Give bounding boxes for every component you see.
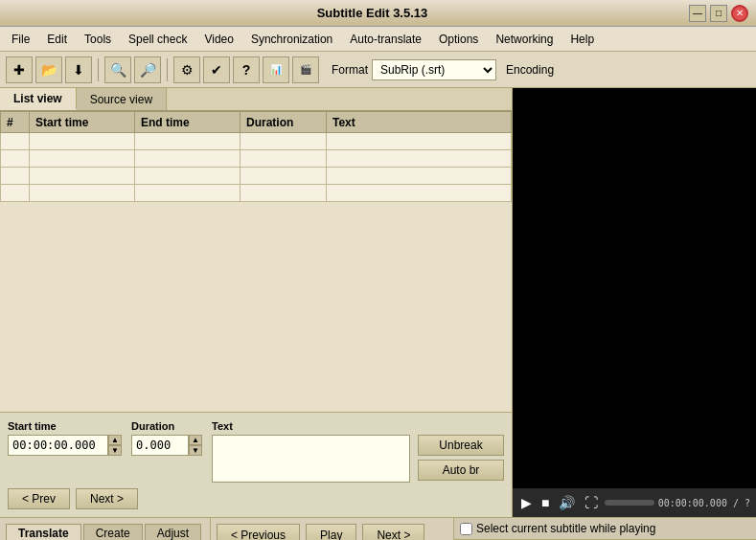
- minimize-button[interactable]: —: [689, 5, 706, 22]
- menu-edit[interactable]: Edit: [39, 31, 75, 48]
- bottom-right: Select current subtitle while playing Cl…: [454, 518, 756, 540]
- bottom-center: < Previous Play Next > Pause Search text…: [211, 518, 454, 540]
- play-button[interactable]: ▶: [518, 495, 535, 510]
- format-select[interactable]: SubRip (.srt): [372, 59, 496, 80]
- zoom-out-button[interactable]: 🔎: [134, 56, 161, 83]
- start-time-spinbox: ▲ ▼: [8, 435, 122, 456]
- toolbar: ✚ 📂 ⬇ 🔍 🔎 ⚙ ✔ ? 📊 🎬 Format SubRip (.srt)…: [0, 52, 756, 88]
- tab-source-view[interactable]: Source view: [77, 88, 167, 110]
- tab-create[interactable]: Create: [83, 524, 143, 540]
- text-input[interactable]: [212, 435, 410, 483]
- menubar: File Edit Tools Spell check Video Synchr…: [0, 27, 756, 52]
- view-tabs: List view Source view: [0, 88, 512, 111]
- duration-up[interactable]: ▲: [189, 435, 202, 445]
- edit-area: Start time ▲ ▼ Duration ▲: [0, 412, 512, 517]
- format-label: Format: [332, 63, 368, 77]
- menu-synchronization[interactable]: Synchronization: [243, 31, 340, 48]
- menu-tools[interactable]: Tools: [77, 31, 119, 48]
- table-row[interactable]: [1, 185, 512, 202]
- col-start-time: Start time: [30, 112, 135, 133]
- bottom-tabs: Translate Create Adjust: [6, 524, 204, 540]
- volume-button[interactable]: 🔊: [556, 495, 578, 510]
- auto-br-button[interactable]: Auto br: [418, 460, 504, 481]
- menu-video[interactable]: Video: [196, 31, 241, 48]
- select-playing-checkbox[interactable]: [460, 523, 472, 535]
- help-button[interactable]: ?: [233, 56, 260, 83]
- unbreak-button[interactable]: Unbreak: [418, 435, 504, 456]
- prev-button[interactable]: < Prev: [8, 488, 70, 509]
- tab-translate[interactable]: Translate: [6, 524, 81, 540]
- table-row[interactable]: [1, 133, 512, 150]
- menu-spell-check[interactable]: Spell check: [121, 31, 195, 48]
- start-time-group: Start time ▲ ▼: [8, 420, 122, 456]
- next-button[interactable]: Next >: [76, 488, 138, 509]
- video-button[interactable]: 🎬: [292, 56, 319, 83]
- duration-down[interactable]: ▼: [189, 445, 202, 456]
- action-buttons: Unbreak Auto br: [418, 435, 504, 483]
- text-with-btns: Unbreak Auto br: [212, 435, 504, 483]
- main-area: List view Source view # Start time End t…: [0, 88, 756, 517]
- video-screen: [513, 88, 756, 488]
- start-time-up[interactable]: ▲: [108, 435, 122, 445]
- duration-spinbox: ▲ ▼: [131, 435, 202, 456]
- select-playing-label: Select current subtitle while playing: [476, 522, 655, 535]
- col-end-time: End time: [135, 112, 241, 133]
- settings-button[interactable]: ⚙: [173, 56, 200, 83]
- tab-list-view[interactable]: List view: [0, 88, 77, 110]
- waveform-button[interactable]: 📊: [263, 56, 289, 83]
- table-row[interactable]: [1, 168, 512, 185]
- separator-2: [167, 58, 168, 81]
- text-group: Text Unbreak Auto br: [212, 420, 504, 483]
- left-panel: List view Source view # Start time End t…: [0, 88, 513, 517]
- menu-file[interactable]: File: [4, 31, 37, 48]
- start-time-input[interactable]: [8, 435, 108, 456]
- progress-bar[interactable]: [605, 500, 653, 506]
- table-row[interactable]: [1, 150, 512, 168]
- text-label: Text: [212, 420, 504, 432]
- menu-networking[interactable]: Networking: [488, 31, 561, 48]
- encoding-label: Encoding: [506, 63, 554, 77]
- separator-1: [98, 58, 99, 81]
- duration-input[interactable]: [131, 435, 189, 456]
- col-number: #: [1, 112, 30, 133]
- menu-options[interactable]: Options: [431, 31, 486, 48]
- close-button[interactable]: ✕: [731, 5, 748, 22]
- bottom-left: Translate Create Adjust Auto repeat Auto…: [0, 518, 211, 540]
- start-time-down[interactable]: ▼: [108, 445, 122, 456]
- new-button[interactable]: ✚: [6, 56, 33, 83]
- col-duration: Duration: [241, 112, 327, 133]
- video-controls: ▶ ■ 🔊 ⛶ 00:00:00.000 / ?: [513, 488, 756, 517]
- start-time-label: Start time: [8, 420, 122, 432]
- start-time-spin-btns: ▲ ▼: [108, 435, 122, 456]
- previous-button[interactable]: < Previous: [217, 524, 300, 540]
- open-button[interactable]: 📂: [35, 56, 62, 83]
- select-playing-row: Select current subtitle while playing: [454, 518, 756, 540]
- menu-help[interactable]: Help: [562, 31, 602, 48]
- window-controls: — □ ✕: [689, 5, 748, 22]
- titlebar: Subtitle Edit 3.5.13 — □ ✕: [0, 0, 756, 27]
- playback-buttons-row: < Previous Play Next >: [217, 524, 447, 540]
- app-title: Subtitle Edit 3.5.13: [56, 6, 689, 20]
- subtitle-table: # Start time End time Duration Text: [0, 111, 512, 202]
- play-translate-button[interactable]: Play: [306, 524, 356, 540]
- time-display: 00:00:00.000 / ?: [658, 498, 750, 508]
- bottom-section: Translate Create Adjust Auto repeat Auto…: [0, 517, 756, 540]
- nav-buttons: < Prev Next >: [8, 488, 504, 509]
- format-group: Format SubRip (.srt) Encoding: [332, 59, 554, 80]
- stop-button[interactable]: ■: [538, 495, 552, 510]
- menu-auto-translate[interactable]: Auto-translate: [342, 31, 429, 48]
- fullscreen-button[interactable]: ⛶: [582, 495, 601, 510]
- maximize-button[interactable]: □: [710, 5, 727, 22]
- download-button[interactable]: ⬇: [65, 56, 92, 83]
- subtitle-table-container: # Start time End time Duration Text: [0, 111, 512, 412]
- duration-spin-btns: ▲ ▼: [189, 435, 202, 456]
- col-text: Text: [327, 112, 512, 133]
- next-translate-button[interactable]: Next >: [362, 524, 424, 540]
- duration-group: Duration ▲ ▼: [131, 420, 202, 456]
- video-area: ▶ ■ 🔊 ⛶ 00:00:00.000 / ?: [513, 88, 756, 517]
- zoom-in-button[interactable]: 🔍: [104, 56, 131, 83]
- duration-label: Duration: [131, 420, 202, 432]
- check-button[interactable]: ✔: [203, 56, 230, 83]
- tab-adjust[interactable]: Adjust: [145, 524, 201, 540]
- right-panel: ▶ ■ 🔊 ⛶ 00:00:00.000 / ?: [513, 88, 756, 517]
